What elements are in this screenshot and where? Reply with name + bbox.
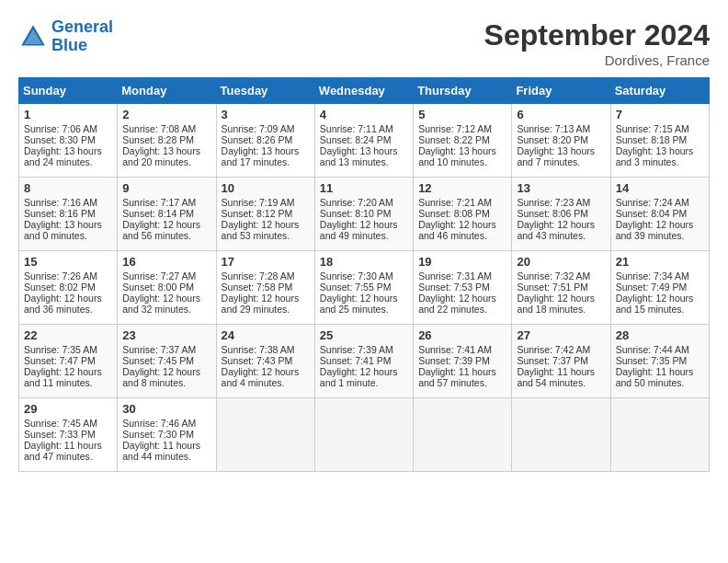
daylight-text: Daylight: 13 hours and 3 minutes. (616, 145, 704, 167)
calendar-cell: 27Sunrise: 7:42 AMSunset: 7:37 PMDayligh… (512, 325, 610, 398)
sunset-text: Sunset: 7:39 PM (418, 355, 506, 366)
calendar-cell: 22Sunrise: 7:35 AMSunset: 7:47 PMDayligh… (19, 325, 118, 398)
calendar-cell: 9Sunrise: 7:17 AMSunset: 8:14 PMDaylight… (118, 178, 216, 251)
daylight-text: Daylight: 11 hours and 47 minutes. (24, 440, 112, 462)
calendar-cell: 19Sunrise: 7:31 AMSunset: 7:53 PMDayligh… (414, 251, 512, 325)
sunset-text: Sunset: 8:28 PM (122, 134, 210, 145)
daylight-text: Daylight: 12 hours and 8 minutes. (122, 366, 210, 388)
day-number: 1 (24, 108, 112, 121)
week-row-5: 29Sunrise: 7:45 AMSunset: 7:33 PMDayligh… (19, 398, 710, 472)
day-number: 5 (418, 108, 506, 121)
sunset-text: Sunset: 7:49 PM (616, 282, 704, 293)
daylight-text: Daylight: 12 hours and 49 minutes. (320, 219, 408, 241)
daylight-text: Daylight: 11 hours and 50 minutes. (616, 366, 704, 388)
day-number: 20 (517, 255, 605, 269)
daylight-text: Daylight: 12 hours and 22 minutes. (418, 293, 506, 315)
sunrise-text: Sunrise: 7:30 AM (320, 270, 408, 282)
sunrise-text: Sunrise: 7:44 AM (616, 344, 704, 355)
sunrise-text: Sunrise: 7:41 AM (418, 344, 506, 355)
calendar-cell: 10Sunrise: 7:19 AMSunset: 8:12 PMDayligh… (216, 178, 314, 251)
sunrise-text: Sunrise: 7:12 AM (418, 123, 506, 134)
daylight-text: Daylight: 13 hours and 17 minutes. (222, 145, 310, 167)
calendar-cell: 1Sunrise: 7:06 AMSunset: 8:30 PMDaylight… (19, 104, 118, 178)
day-number: 19 (418, 255, 506, 269)
daylight-text: Daylight: 13 hours and 24 minutes. (24, 145, 112, 167)
day-number: 29 (24, 402, 112, 416)
sunrise-text: Sunrise: 7:39 AM (320, 344, 408, 355)
header-cell-sunday: Sunday (19, 78, 118, 104)
sunrise-text: Sunrise: 7:06 AM (24, 123, 112, 134)
day-number: 14 (616, 181, 704, 195)
sunrise-text: Sunrise: 7:21 AM (418, 197, 506, 208)
logo-text: General Blue (51, 18, 113, 55)
daylight-text: Daylight: 13 hours and 0 minutes. (24, 219, 112, 241)
calendar-cell: 3Sunrise: 7:09 AMSunset: 8:26 PMDaylight… (216, 104, 314, 178)
sunrise-text: Sunrise: 7:17 AM (122, 197, 210, 208)
daylight-text: Daylight: 12 hours and 56 minutes. (122, 219, 210, 241)
sunrise-text: Sunrise: 7:37 AM (122, 344, 210, 355)
calendar-cell: 18Sunrise: 7:30 AMSunset: 7:55 PMDayligh… (314, 251, 413, 325)
daylight-text: Daylight: 12 hours and 29 minutes. (222, 293, 310, 315)
sunrise-text: Sunrise: 7:08 AM (122, 123, 210, 134)
logo-blue: Blue (51, 36, 87, 54)
day-number: 23 (122, 328, 210, 342)
sunset-text: Sunset: 8:18 PM (616, 134, 704, 145)
day-number: 27 (517, 328, 605, 342)
daylight-text: Daylight: 12 hours and 53 minutes. (222, 219, 310, 241)
sunset-text: Sunset: 8:24 PM (320, 134, 408, 145)
daylight-text: Daylight: 11 hours and 44 minutes. (122, 440, 210, 462)
calendar-cell: 28Sunrise: 7:44 AMSunset: 7:35 PMDayligh… (610, 325, 709, 398)
calendar-table: SundayMondayTuesdayWednesdayThursdayFrid… (18, 77, 710, 472)
location: Dordives, France (484, 52, 710, 68)
week-row-4: 22Sunrise: 7:35 AMSunset: 7:47 PMDayligh… (19, 325, 710, 398)
header-cell-monday: Monday (118, 78, 216, 104)
day-number: 22 (24, 328, 112, 342)
sunset-text: Sunset: 8:00 PM (122, 282, 210, 293)
calendar-cell: 16Sunrise: 7:27 AMSunset: 8:00 PMDayligh… (118, 251, 216, 325)
calendar-cell: 26Sunrise: 7:41 AMSunset: 7:39 PMDayligh… (414, 325, 512, 398)
day-number: 30 (122, 402, 210, 416)
sunset-text: Sunset: 7:33 PM (24, 429, 112, 440)
calendar-cell: 30Sunrise: 7:46 AMSunset: 7:30 PMDayligh… (118, 398, 216, 472)
week-row-1: 1Sunrise: 7:06 AMSunset: 8:30 PMDaylight… (19, 104, 710, 178)
calendar-cell: 11Sunrise: 7:20 AMSunset: 8:10 PMDayligh… (314, 178, 413, 251)
sunrise-text: Sunrise: 7:38 AM (222, 344, 310, 355)
day-number: 2 (122, 108, 210, 121)
day-number: 25 (320, 328, 408, 342)
daylight-text: Daylight: 12 hours and 25 minutes. (320, 293, 408, 315)
sunset-text: Sunset: 8:10 PM (320, 208, 408, 219)
calendar-cell: 6Sunrise: 7:13 AMSunset: 8:20 PMDaylight… (512, 104, 610, 178)
sunset-text: Sunset: 7:41 PM (320, 355, 408, 366)
day-number: 12 (418, 181, 506, 195)
day-number: 21 (616, 255, 704, 269)
day-number: 17 (222, 255, 310, 269)
title-block: September 2024 Dordives, France (484, 18, 710, 68)
sunrise-text: Sunrise: 7:15 AM (616, 123, 704, 134)
sunrise-text: Sunrise: 7:45 AM (24, 418, 112, 429)
header-cell-friday: Friday (512, 78, 610, 104)
calendar-cell (216, 398, 314, 472)
sunrise-text: Sunrise: 7:13 AM (517, 123, 605, 134)
sunset-text: Sunset: 8:26 PM (222, 134, 310, 145)
calendar-cell: 23Sunrise: 7:37 AMSunset: 7:45 PMDayligh… (118, 325, 216, 398)
daylight-text: Daylight: 13 hours and 7 minutes. (517, 145, 605, 167)
daylight-text: Daylight: 12 hours and 32 minutes. (122, 293, 210, 315)
sunset-text: Sunset: 8:30 PM (24, 134, 112, 145)
calendar-cell (414, 398, 512, 472)
sunrise-text: Sunrise: 7:19 AM (222, 197, 310, 208)
calendar-cell (610, 398, 709, 472)
header: General Blue September 2024 Dordives, Fr… (18, 18, 710, 68)
sunrise-text: Sunrise: 7:16 AM (24, 197, 112, 208)
sunrise-text: Sunrise: 7:24 AM (616, 197, 704, 208)
day-number: 16 (122, 255, 210, 269)
calendar-cell: 12Sunrise: 7:21 AMSunset: 8:08 PMDayligh… (414, 178, 512, 251)
day-number: 10 (222, 181, 310, 195)
sunset-text: Sunset: 7:58 PM (222, 282, 310, 293)
sunset-text: Sunset: 8:22 PM (418, 134, 506, 145)
calendar-cell (512, 398, 610, 472)
month-title: September 2024 (484, 18, 710, 52)
calendar-cell: 21Sunrise: 7:34 AMSunset: 7:49 PMDayligh… (610, 251, 709, 325)
sunset-text: Sunset: 8:12 PM (222, 208, 310, 219)
calendar-cell: 7Sunrise: 7:15 AMSunset: 8:18 PMDaylight… (610, 104, 709, 178)
sunrise-text: Sunrise: 7:28 AM (222, 270, 310, 282)
